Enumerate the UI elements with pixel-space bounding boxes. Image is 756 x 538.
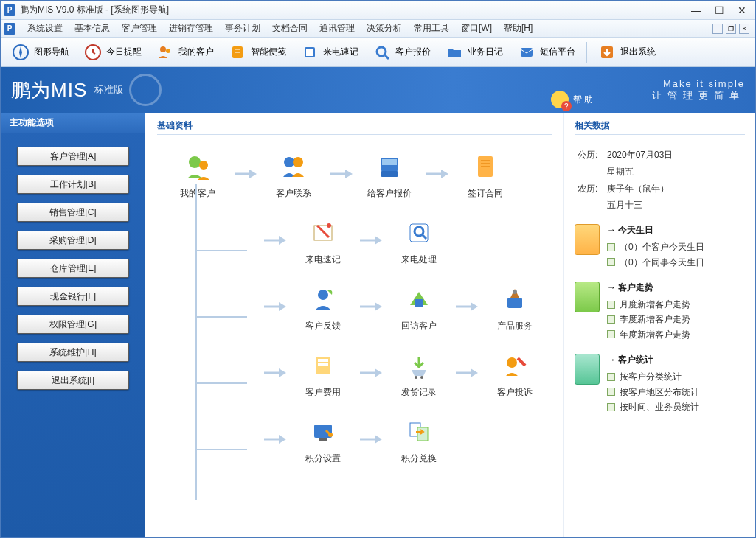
svg-rect-24 — [507, 298, 522, 308]
close-button[interactable]: ✕ — [738, 4, 746, 16]
tool-note[interactable]: 智能便笺 — [222, 40, 293, 65]
info-line[interactable]: 年度新增客户走势 — [607, 327, 745, 342]
flow-icon — [497, 348, 533, 383]
menu-7[interactable]: 决策分析 — [361, 21, 408, 37]
flow-icon — [497, 282, 533, 317]
flow-icon — [401, 282, 437, 317]
flow-客户联系[interactable]: 客户联系 — [260, 149, 327, 200]
flow-回访客户[interactable]: 回访客户 — [386, 282, 452, 332]
arrow-icon — [356, 233, 386, 248]
right-panel: 相关数据 公历:2020年07月03日 星期五 农历:庚子年（鼠年） 五月十三 … — [563, 113, 755, 538]
flow-来电处理[interactable]: 来电处理 — [386, 215, 452, 266]
info-line[interactable]: 按客户分类统计 — [607, 369, 745, 384]
nav-0[interactable]: 客户管理[A] — [17, 147, 129, 166]
menu-10[interactable]: 帮助[H] — [498, 21, 538, 37]
mdi-icon: P — [4, 23, 15, 35]
minimize-button[interactable]: — — [691, 4, 701, 16]
main: 基础资料 我的客户客户联系给客户报价签订合同来电速记来电处理客户反馈回访客户产品… — [145, 113, 755, 538]
nav-8[interactable]: 退出系统[I] — [17, 371, 129, 390]
flow-客户投诉[interactable]: 客户投诉 — [482, 348, 548, 399]
lunar-date: 五月十三 — [578, 197, 742, 214]
flow-客户反馈[interactable]: 客户反馈 — [290, 282, 356, 332]
flow-发货记录[interactable]: 发货记录 — [386, 348, 452, 399]
svg-rect-6 — [306, 49, 313, 56]
mdi-close-button[interactable]: × — [739, 24, 749, 34]
logo-sub: 标准版 — [94, 83, 123, 97]
menu-0[interactable]: 系统设置 — [21, 21, 69, 37]
content: 主功能选项 客户管理[A]工作计划[B]销售管理[C]采购管理[D]仓库管理[E… — [1, 113, 755, 538]
menu-3[interactable]: 进销存管理 — [163, 21, 219, 37]
nav-3[interactable]: 采购管理[D] — [17, 231, 129, 250]
nav-1[interactable]: 工作计划[B] — [17, 175, 129, 194]
flow-积分兑换[interactable]: 积分兑换 — [386, 414, 452, 465]
sidebar: 主功能选项 客户管理[A]工作计划[B]销售管理[C]采购管理[D]仓库管理[E… — [1, 113, 145, 538]
svg-point-22 — [318, 290, 328, 300]
lunar-year: 庚子年（鼠年） — [607, 184, 669, 194]
flow-label: 回访客户 — [401, 320, 437, 332]
flow-icon — [305, 348, 341, 383]
flow-产品服务[interactable]: 产品服务 — [482, 282, 548, 332]
info-line[interactable]: 按客户地区分布统计 — [607, 385, 745, 399]
arrow-icon — [260, 432, 290, 447]
flow-客户费用[interactable]: 客户费用 — [290, 348, 356, 399]
flow-label: 积分兑换 — [401, 453, 437, 465]
menu-1[interactable]: 基本信息 — [69, 21, 116, 37]
nav-2[interactable]: 销售管理[C] — [17, 203, 129, 222]
info-line[interactable]: （0）个同事今天生日 — [607, 255, 745, 270]
svg-rect-8 — [521, 48, 533, 57]
info-title: 客户走势 — [607, 282, 745, 294]
flow-label: 我的客户 — [180, 187, 215, 200]
flow-label: 客户费用 — [305, 386, 341, 399]
flow-label: 客户反馈 — [305, 320, 341, 332]
flow-label: 来电速记 — [305, 254, 341, 266]
help-label: 帮 助 — [573, 94, 593, 106]
flow-icon — [180, 149, 215, 184]
tool-book[interactable]: 来电速记 — [294, 40, 365, 65]
nav-6[interactable]: 权限管理[G] — [17, 315, 129, 334]
tool-clock[interactable]: 今日提醒 — [77, 40, 148, 65]
info-line[interactable]: （0）个客户今天生日 — [607, 240, 745, 254]
flow-label: 签订合同 — [468, 187, 503, 200]
tool-folder[interactable]: 业务日记 — [439, 40, 510, 65]
menu-6[interactable]: 通讯管理 — [313, 21, 361, 37]
menu-2[interactable]: 客户管理 — [116, 21, 163, 37]
svg-rect-15 — [382, 159, 397, 165]
search-icon — [373, 43, 391, 61]
folder-icon — [445, 43, 463, 61]
arrow-icon — [356, 432, 386, 447]
flow-我的客户[interactable]: 我的客户 — [164, 149, 231, 200]
slogan-en: Make it simple — [652, 78, 745, 89]
clock-icon — [84, 43, 102, 61]
flow-label: 产品服务 — [497, 320, 533, 332]
menu-9[interactable]: 窗口[W] — [455, 21, 498, 37]
flow-积分设置[interactable]: 积分设置 — [290, 414, 356, 465]
tool-search[interactable]: 客户报价 — [367, 40, 437, 65]
flow-icon — [401, 348, 437, 383]
mdi-minimize-button[interactable]: – — [712, 24, 723, 34]
help-button[interactable]: ? 帮 助 — [551, 91, 593, 108]
info-line[interactable]: 按时间、业务员统计 — [607, 399, 745, 414]
menu-4[interactable]: 事务计划 — [219, 21, 266, 37]
flow-签订合同[interactable]: 签订合同 — [452, 149, 519, 200]
tool-label: 我的客户 — [178, 46, 214, 58]
flow-给客户报价[interactable]: 给客户报价 — [356, 149, 423, 200]
nav-5[interactable]: 现金银行[F] — [17, 287, 129, 306]
flow-来电速记[interactable]: 来电速记 — [290, 215, 356, 266]
mdi-restore-button[interactable]: ❐ — [726, 24, 736, 34]
menu-8[interactable]: 常用工具 — [408, 21, 455, 37]
nav-7[interactable]: 系统维护[H] — [17, 343, 129, 362]
title-bar: P 鹏为MIS V9.0 标准版 - [系统图形导航] — ☐ ✕ — [1, 1, 755, 20]
tool-exit[interactable]: 退出系统 — [592, 40, 662, 65]
tool-users[interactable]: 我的客户 — [150, 40, 221, 65]
nav-4[interactable]: 仓库管理[E] — [17, 259, 129, 278]
tool-label: 退出系统 — [620, 46, 656, 58]
svg-point-31 — [507, 357, 517, 368]
menu-5[interactable]: 文档合同 — [266, 21, 313, 37]
info-line[interactable]: 月度新增客户走势 — [607, 297, 745, 312]
info-line[interactable]: 季度新增客户走势 — [607, 312, 745, 326]
tool-compass[interactable]: 图形导航 — [5, 40, 76, 65]
tool-label: 今日提醒 — [106, 46, 142, 58]
info-group-0: 今天生日（0）个客户今天生日（0）个同事今天生日 — [575, 224, 745, 270]
tool-sms[interactable]: 短信平台 — [511, 40, 582, 65]
maximize-button[interactable]: ☐ — [715, 4, 724, 16]
